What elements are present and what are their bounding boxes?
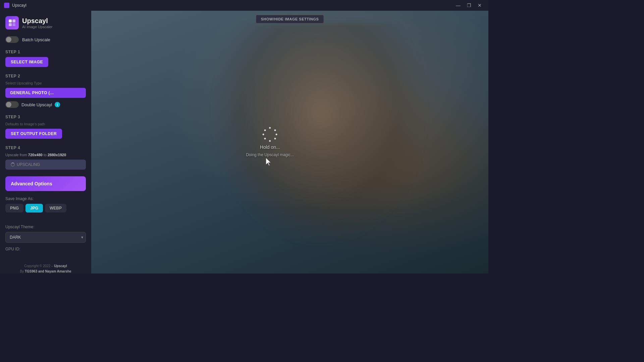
step2-desc: Select Upscaling Type: [5, 81, 86, 85]
upscaling-button: UPSCALING: [5, 160, 86, 170]
batch-label: Batch Upscale: [22, 37, 50, 42]
upscale-from: 720x480: [28, 153, 43, 157]
app-name: Upscayl: [22, 17, 52, 25]
by-text: By: [20, 269, 24, 273]
double-upscayl-label: Double Upscayl: [21, 102, 52, 107]
upscale-to: 2880x1920: [48, 153, 66, 157]
window-controls: — ❐ ✕: [453, 2, 484, 9]
app-icon: [4, 3, 9, 8]
format-buttons: PNG JPG WEBP: [5, 204, 86, 213]
step4-section: Step 4 Upscale from 720x480 to 2880x1920…: [5, 145, 86, 170]
spinner-dot-1: [269, 127, 271, 129]
upscale-info: Upscale from 720x480 to 2880x1920: [5, 153, 86, 157]
copyright-text: Copyright © 2022 –: [24, 264, 53, 268]
loading-text: Hold on...: [260, 144, 280, 150]
spinner-dot-2: [274, 129, 276, 131]
titlebar: Upscayl — ❐ ✕: [0, 0, 488, 11]
select-image-button[interactable]: SELECT IMAGE: [5, 57, 48, 67]
info-badge[interactable]: i: [55, 102, 60, 107]
double-upscayl-row: Double Upscayl i: [5, 101, 86, 108]
loading-spinner: [263, 127, 277, 142]
step2-section: Step 2 Select Upscaling Type GENERAL PHO…: [5, 74, 86, 108]
figure-blur: [210, 24, 429, 247]
format-jpg-button[interactable]: JPG: [25, 204, 43, 213]
copyright-line: Copyright © 2022 – Upscayl: [5, 263, 86, 269]
cursor-icon: [266, 158, 273, 166]
authors-line: By TGS963 and Nayam Amarshe: [5, 269, 86, 274]
authors-text: TGS963 and Nayam Amarshe: [25, 269, 71, 273]
format-png-button[interactable]: PNG: [5, 204, 23, 213]
spinner-dot-3: [276, 134, 277, 135]
step2-label: Step 2: [5, 74, 86, 78]
app-title-group: Upscayl AI Image Upscaler: [22, 17, 52, 29]
save-format-label: Save Image As:: [5, 196, 86, 201]
sidebar: Upscayl AI Image Upscaler Batch Upscale …: [0, 11, 91, 274]
gpu-label: GPU ID:: [5, 247, 86, 251]
theme-label: Upscayl Theme:: [5, 225, 86, 229]
theme-select-wrapper: DARK LIGHT SYSTEM ▾: [5, 232, 86, 243]
step1-label: Step 1: [5, 50, 86, 54]
show-hide-button[interactable]: SHOW/HIDE IMAGE SETTINGS: [256, 15, 324, 23]
advanced-options-button[interactable]: Advanced Options: [5, 176, 86, 191]
step3-label: Step 3: [5, 115, 86, 119]
batch-row: Batch Upscale: [5, 36, 86, 43]
svg-rect-0: [9, 19, 12, 22]
loading-overlay: Hold on... Doing the Upscayl magic...: [246, 127, 294, 157]
minimize-button[interactable]: —: [453, 2, 463, 9]
upscaling-label: UPSCALING: [17, 162, 40, 167]
step3-section: Step 3 Defaults to Image's path SET OUTP…: [5, 115, 86, 139]
cursor-area: [266, 158, 273, 166]
loading-subtext: Doing the Upscayl magic...: [246, 153, 294, 157]
app-subtitle: AI Image Upscaler: [22, 25, 52, 29]
step1-section: Step 1 SELECT IMAGE: [5, 50, 86, 67]
close-button[interactable]: ✕: [475, 2, 484, 9]
theme-select[interactable]: DARK LIGHT SYSTEM: [5, 232, 86, 243]
format-webp-button[interactable]: WEBP: [45, 204, 66, 213]
set-output-folder-button[interactable]: SET OUTPUT FOLDER: [5, 129, 62, 139]
spinner-dot-7: [263, 134, 264, 135]
main-content: SHOW/HIDE IMAGE SETTINGS Hold on... Doin…: [91, 11, 488, 274]
spinner-dot-6: [264, 138, 266, 139]
maximize-button[interactable]: ❐: [464, 2, 474, 9]
footer-app-name: Upscayl: [54, 264, 67, 268]
double-upscayl-toggle[interactable]: [5, 101, 19, 108]
upscaling-type-button[interactable]: GENERAL PHOTO (...: [5, 88, 86, 98]
app-logo: [5, 16, 19, 29]
spinner-dot-5: [269, 140, 271, 142]
app-body: Upscayl AI Image Upscaler Batch Upscale …: [0, 11, 488, 274]
save-format-section: Save Image As: PNG JPG WEBP: [5, 196, 86, 218]
window-title: Upscayl: [12, 3, 451, 8]
spinner-dot-8: [264, 129, 266, 131]
theme-section: Upscayl Theme: DARK LIGHT SYSTEM ▾: [5, 225, 86, 243]
svg-rect-1: [12, 19, 15, 22]
spinner-dot-4: [274, 138, 276, 139]
sidebar-footer: Copyright © 2022 – Upscayl By TGS963 and…: [5, 259, 86, 274]
gpu-section: GPU ID:: [5, 247, 86, 253]
app-header: Upscayl AI Image Upscaler: [5, 16, 86, 29]
batch-toggle[interactable]: [5, 36, 19, 43]
svg-rect-2: [9, 23, 12, 26]
svg-rect-3: [12, 23, 15, 26]
step4-label: Step 4: [5, 145, 86, 150]
upscaling-spinner: [11, 163, 15, 167]
step3-desc: Defaults to Image's path: [5, 122, 86, 126]
